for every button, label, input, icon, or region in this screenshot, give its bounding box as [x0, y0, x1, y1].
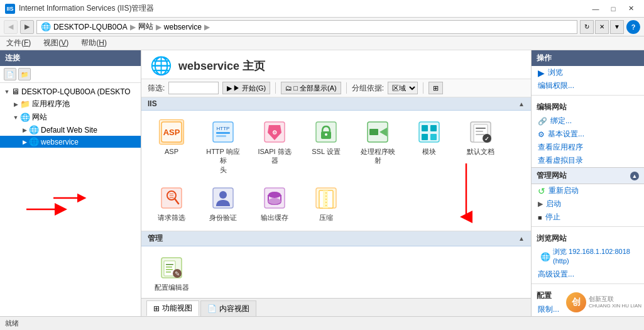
filter-input[interactable] — [168, 82, 219, 94]
svg-rect-45 — [166, 267, 172, 268]
app-icon: IIS — [5, 4, 15, 14]
action-view-apps[interactable]: 查看应用程序 — [532, 141, 644, 154]
forward-button[interactable]: ▶ — [20, 20, 34, 34]
refresh-button[interactable]: ↻ — [580, 20, 594, 34]
action-restart[interactable]: ↺ 重新启动 — [532, 184, 644, 197]
tree-item-webservice[interactable]: ▶ 🌐 webservice — [0, 136, 141, 148]
expand-defaultsite[interactable]: ▶ — [20, 126, 29, 135]
content-title: webservice 主页 — [178, 58, 265, 74]
defaultsite-icon: 🌐 — [29, 125, 39, 135]
menu-file[interactable]: 文件(F) — [4, 36, 33, 50]
tree-item-defaultsite[interactable]: ▶ 🌐 Default Web Site — [0, 124, 141, 136]
config-label: 配置编辑器 — [155, 283, 189, 292]
manage-section: 管理 ▲ — [141, 231, 531, 298]
webservice-icon: 🌐 — [29, 137, 39, 146]
view-toggle-button[interactable]: ⊞ — [428, 82, 443, 94]
group-label: 分组依据: — [352, 83, 384, 94]
output-icon — [262, 185, 287, 211]
icon-item-module[interactable]: 模块 — [408, 117, 450, 177]
sidebar-folder-btn[interactable]: 📁 — [18, 68, 31, 80]
expand-apppool[interactable]: ▶ — [11, 100, 20, 109]
show-all-button[interactable]: 🗂 □ 全部显示(A) — [281, 82, 341, 94]
stop-button[interactable]: ✕ — [595, 20, 609, 34]
tab-feature-view[interactable]: ⊞ 功能视图 — [146, 300, 199, 316]
icon-item-auth[interactable]: 身份验证 — [202, 183, 244, 224]
manage-site-section[interactable]: 管理网站 ▲ — [532, 167, 644, 184]
bind-label: 绑定... — [550, 116, 572, 126]
main-layout: 连接 📄 📁 ▼ 🖥 DESKTOP-LQUB0OA (DESKTO ▶ 📁 应… — [0, 50, 644, 316]
icon-item-asp[interactable]: ASP ASP — [150, 117, 193, 177]
action-basic-settings[interactable]: ⚙ 基本设置... — [532, 128, 644, 141]
help-button[interactable]: ? — [626, 20, 640, 34]
iis-icons-grid-2: ☰ 请求筛选 身 — [141, 183, 531, 231]
iis-collapse-icon: ▲ — [518, 101, 525, 107]
advanced-settings-label: 高级设置... — [538, 269, 574, 280]
svg-text:ASP: ASP — [163, 128, 180, 137]
divider-1 — [532, 95, 644, 96]
browse-url-icon: 🌐 — [540, 252, 550, 261]
menu-bar: 文件(F) 视图(V) 帮助(H) — [0, 36, 644, 50]
default-icon: ✓ — [468, 119, 493, 145]
svg-rect-15 — [369, 129, 378, 135]
tree-item-server[interactable]: ▼ 🖥 DESKTOP-LQUB0OA (DESKTO — [0, 85, 141, 97]
request-icon: ☰ — [159, 185, 184, 211]
expand-sites[interactable]: ▼ — [11, 113, 20, 122]
svg-rect-44 — [166, 264, 173, 265]
globe-icon: 🌐 — [41, 22, 51, 31]
icon-item-ssl[interactable]: SSL 设置 — [305, 117, 347, 177]
sidebar-title: 连接 — [5, 53, 20, 63]
start-label: 启动 — [546, 199, 561, 209]
isapi-icon: ⚙ — [262, 119, 287, 145]
tree-item-apppool[interactable]: ▶ 📁 应用程序池 — [0, 97, 141, 111]
start-icon-r: ▶ — [538, 200, 543, 208]
nav-extra-button[interactable]: ▼ — [610, 20, 624, 34]
expand-server[interactable]: ▼ — [3, 87, 11, 96]
icon-item-output[interactable]: 输出缓存 — [253, 183, 296, 224]
content-view-icon: 📄 — [207, 304, 217, 313]
action-view-vdirs[interactable]: 查看虚拟目录 — [532, 154, 644, 167]
close-button[interactable]: ✕ — [623, 3, 639, 15]
icon-item-handler[interactable]: 处理程序映射 — [356, 117, 399, 177]
menu-help[interactable]: 帮助(H) — [79, 36, 109, 50]
icon-item-compress[interactable]: 压缩 — [305, 183, 347, 224]
back-button[interactable]: ◀ — [4, 20, 18, 34]
menu-view[interactable]: 视图(V) — [41, 36, 71, 50]
browse-site-title: 浏览网站 — [532, 229, 644, 246]
icon-item-request[interactable]: ☰ 请求筛选 — [150, 183, 193, 224]
right-panel-title: 操作 — [537, 53, 552, 62]
maximize-button[interactable]: □ — [605, 3, 621, 15]
svg-rect-46 — [166, 269, 173, 270]
icon-item-http[interactable]: HTTP HTTP 响应标头 — [202, 117, 244, 177]
icon-item-config[interactable]: ✎ 配置编辑器 — [150, 253, 193, 294]
expand-webservice[interactable]: ▶ — [20, 138, 29, 146]
icon-item-isapi[interactable]: ⚙ ISAPI 筛选器 — [253, 117, 296, 177]
view-apps-label: 查看应用程序 — [538, 142, 583, 153]
action-edit-perms[interactable]: 编辑权限... — [532, 79, 644, 92]
action-browse[interactable]: ▶ 浏览 — [532, 66, 644, 79]
start-button[interactable]: ▶ ▶ 开始(G) — [222, 82, 270, 94]
filter-separator — [275, 82, 276, 94]
svg-rect-24 — [476, 128, 486, 129]
svg-text:✓: ✓ — [484, 136, 489, 142]
output-label: 输出缓存 — [261, 213, 288, 222]
title-bar: IIS Internet Information Services (IIS)管… — [0, 0, 644, 18]
tab-content-view[interactable]: 📄 内容视图 — [200, 300, 256, 316]
watermark-icon: 创 — [566, 292, 586, 312]
server-label: DESKTOP-LQUB0OA (DESKTO — [21, 87, 131, 96]
icon-item-default[interactable]: ✓ 默认文档 — [459, 117, 502, 177]
content-scroll-area: IIS ▲ ASP ASP — [141, 97, 531, 298]
sidebar-new-btn[interactable]: 📄 — [4, 68, 16, 80]
action-stop[interactable]: ■ 停止 — [532, 211, 644, 224]
tree-item-sites[interactable]: ▼ 🌐 网站 — [0, 111, 141, 124]
action-bind[interactable]: 🔗 绑定... — [532, 114, 644, 128]
action-start[interactable]: ▶ 启动 — [532, 197, 644, 211]
action-advanced-settings[interactable]: 高级设置... — [532, 268, 644, 281]
iis-section-header[interactable]: IIS ▲ — [141, 97, 531, 111]
manage-section-header[interactable]: 管理 ▲ — [141, 231, 531, 246]
edit-perms-label: 编辑权限... — [538, 80, 574, 91]
group-select[interactable]: 区域 — [388, 82, 418, 94]
address-box[interactable]: 🌐 DESKTOP-LQUB0OA ▶ 网站 ▶ webservice ▶ — [36, 20, 577, 34]
action-browse-url[interactable]: 🌐 浏览 192.168.1.102:8018(http) — [532, 246, 644, 268]
minimize-button[interactable]: — — [587, 3, 604, 15]
handler-icon — [365, 119, 390, 145]
